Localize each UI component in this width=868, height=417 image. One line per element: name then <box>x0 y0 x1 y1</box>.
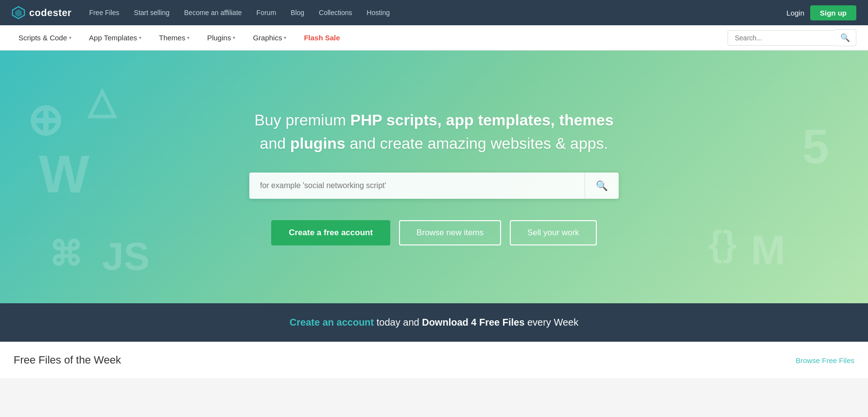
nav-blog[interactable]: Blog <box>291 9 304 17</box>
logo-icon <box>12 6 25 19</box>
hero-search-button[interactable]: 🔍 <box>585 173 619 199</box>
apple-bg-icon: ⌘ <box>49 234 83 274</box>
chevron-icon: ▾ <box>139 35 141 40</box>
html5-bg-icon: 5 <box>802 119 829 174</box>
browse-items-button[interactable]: Browse new items <box>399 220 501 245</box>
chevron-icon: ▾ <box>69 35 71 40</box>
chevron-icon: ▾ <box>233 35 235 40</box>
svg-marker-1 <box>15 9 22 17</box>
nav-start-selling[interactable]: Start selling <box>134 9 170 17</box>
hero-title-part3: and create amazing websites & apps. <box>346 135 608 152</box>
nav-hosting[interactable]: Hosting <box>367 9 390 17</box>
sec-nav-left: Scripts & Code ▾ App Templates ▾ Themes … <box>12 25 347 51</box>
signup-button[interactable]: Sign up <box>810 5 856 20</box>
flash-sale-link[interactable]: Flash Sale <box>297 25 347 51</box>
bottom-bar: Free Files of the Week Browse Free Files <box>0 342 868 378</box>
secondary-search-button[interactable]: 🔍 <box>834 29 856 46</box>
logo-link[interactable]: codester <box>12 6 71 19</box>
unity-bg-icon: △ <box>87 80 116 122</box>
search-icon: 🔍 <box>840 34 850 42</box>
hero-title-bold1: PHP scripts, app templates, themes <box>350 111 614 129</box>
hero-title: Buy premium PHP scripts, app templates, … <box>240 108 628 155</box>
top-navigation: codester Free Files Start selling Become… <box>0 0 868 25</box>
nav-graphics[interactable]: Graphics ▾ <box>246 25 293 51</box>
search-icon: 🔍 <box>596 180 608 191</box>
hero-buttons: Create a free account Browse new items S… <box>271 220 597 245</box>
hero-title-part1: Buy premium <box>254 111 350 129</box>
top-nav-right: Login Sign up <box>786 5 856 20</box>
num-bg-icon: {} <box>709 223 737 264</box>
promo-banner: Create an account today and Download 4 F… <box>0 303 868 342</box>
top-nav-left: codester Free Files Start selling Become… <box>12 6 390 19</box>
wordpress-bg-icon: W <box>39 143 89 205</box>
login-button[interactable]: Login <box>786 9 804 17</box>
logo-text: codester <box>29 7 71 18</box>
free-files-title: Free Files of the Week <box>14 354 121 366</box>
nav-scripts-code[interactable]: Scripts & Code ▾ <box>12 25 78 51</box>
nav-app-templates[interactable]: App Templates ▾ <box>82 25 148 51</box>
browse-free-files-link[interactable]: Browse Free Files <box>796 356 854 365</box>
secondary-search: 🔍 <box>728 29 856 46</box>
chevron-icon: ▾ <box>284 35 286 40</box>
promo-accent[interactable]: Create an account <box>290 317 374 328</box>
create-account-button[interactable]: Create a free account <box>271 220 390 245</box>
nav-plugins[interactable]: Plugins ▾ <box>200 25 242 51</box>
hero-search-input[interactable] <box>249 173 585 199</box>
m-bg-icon: M <box>751 226 785 274</box>
secondary-search-input[interactable] <box>728 30 834 46</box>
hero-section: ⊕ △ W JS ⌘ 5 M {} Buy premium PHP script… <box>0 51 868 303</box>
hero-title-part2: and <box>260 135 290 152</box>
secondary-navigation: Scripts & Code ▾ App Templates ▾ Themes … <box>0 25 868 51</box>
hero-title-bold2: plugins <box>290 135 346 152</box>
promo-bold: Download 4 Free Files <box>422 317 524 328</box>
js-bg-icon: JS <box>102 234 150 279</box>
sell-work-button[interactable]: Sell your work <box>510 220 597 245</box>
drupal-bg-icon: ⊕ <box>27 94 63 145</box>
hero-search-bar: 🔍 <box>249 173 619 199</box>
nav-collections[interactable]: Collections <box>319 9 352 17</box>
nav-free-files[interactable]: Free Files <box>89 9 119 17</box>
chevron-icon: ▾ <box>187 35 190 40</box>
promo-text2: today and <box>374 317 422 328</box>
nav-affiliate[interactable]: Become an affiliate <box>184 9 242 17</box>
nav-themes[interactable]: Themes ▾ <box>152 25 196 51</box>
nav-forum[interactable]: Forum <box>257 9 276 17</box>
top-nav-links: Free Files Start selling Become an affil… <box>89 8 390 17</box>
promo-text4: every Week <box>524 317 578 328</box>
